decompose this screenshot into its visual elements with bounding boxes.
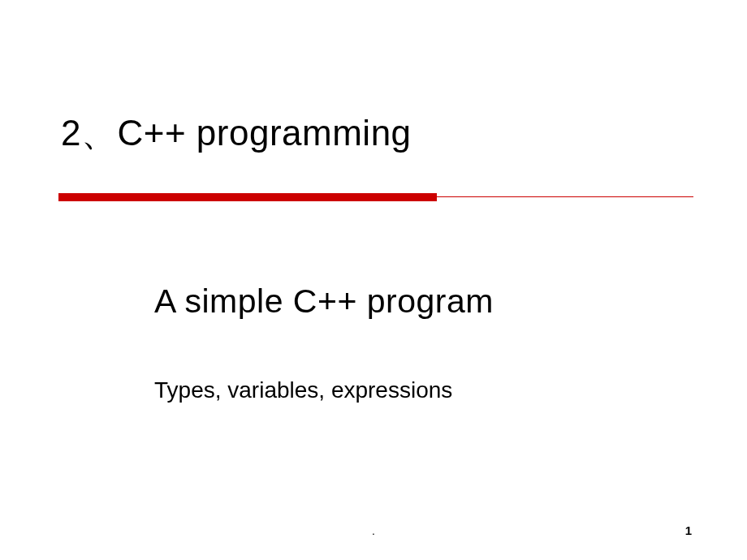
page-number: 1 (685, 523, 692, 537)
title-underline (58, 193, 693, 201)
rule-thick (58, 193, 437, 201)
slide-title: 2、C++ programming (61, 110, 412, 157)
slide-container: 2、C++ programming A simple C++ program T… (0, 0, 747, 560)
slide-subtitle: A simple C++ program (154, 282, 494, 321)
footer-mark: . (372, 524, 375, 537)
rule-thin (437, 196, 693, 197)
slide-subtext: Types, variables, expressions (154, 377, 452, 403)
